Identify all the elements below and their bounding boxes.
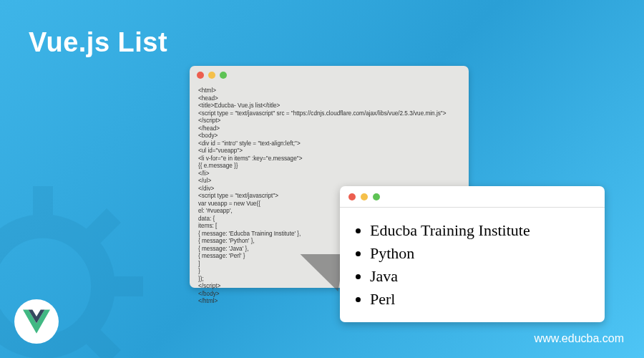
output-window-titlebar [340,186,605,208]
svg-rect-4 [107,276,143,296]
list-item: Educba Training Institute [370,219,590,242]
pointer-arrow [293,254,344,291]
site-url: www.educba.com [535,332,624,345]
minimize-icon [361,193,368,200]
close-icon [197,72,204,79]
list-item: Python [370,242,590,265]
maximize-icon [220,72,227,79]
vue-logo [14,299,59,344]
output-list: Educba Training InstitutePythonJavaPerl [370,219,590,311]
minimize-icon [208,72,215,79]
close-icon [348,193,356,200]
code-window-titlebar [190,66,469,84]
list-item: Perl [370,288,590,311]
maximize-icon [373,193,380,200]
page-title: Vue.js List [29,27,167,58]
svg-rect-2 [33,351,53,358]
output-content: Educba Training InstitutePythonJavaPerl [340,208,605,322]
list-item: Java [370,265,590,288]
output-window: Educba Training InstitutePythonJavaPerl [340,186,605,322]
svg-rect-1 [33,186,53,222]
